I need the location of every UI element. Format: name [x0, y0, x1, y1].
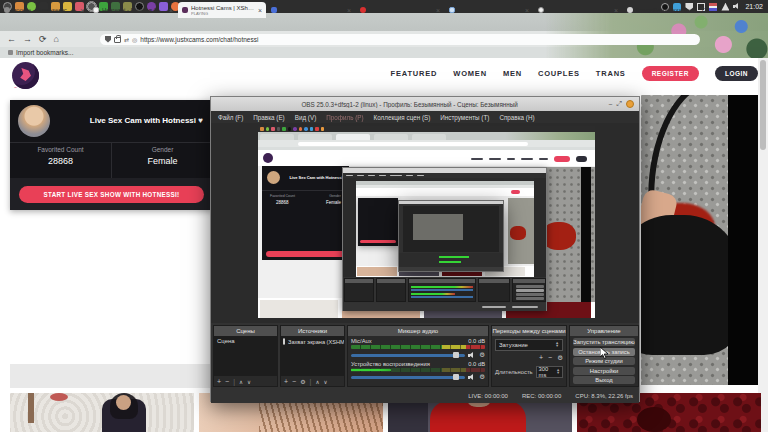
- scene-up-button[interactable]: [239, 378, 243, 385]
- maximize-button[interactable]: ⤢: [616, 100, 622, 108]
- close-icon[interactable]: [80, 7, 84, 14]
- menu-tools[interactable]: Инструменты (T): [440, 114, 489, 121]
- scenes-panel-title[interactable]: Сцены: [214, 326, 277, 336]
- tab-google-search[interactable]: google - Rasp searc: [0, 2, 88, 18]
- minimize-button[interactable]: −: [608, 101, 612, 108]
- scene-down-button[interactable]: [247, 378, 251, 385]
- source-item[interactable]: Захват экрана (XSHM): [281, 336, 344, 347]
- tab-google-hotnessi[interactable]: Hotnessi - Поиск в Google: [89, 2, 177, 18]
- source-down-button[interactable]: [323, 378, 327, 385]
- output-mute-icon[interactable]: [468, 374, 476, 381]
- nav-trans[interactable]: TRANS: [596, 69, 626, 78]
- search-icon: [4, 7, 10, 13]
- source-up-button[interactable]: [315, 378, 319, 385]
- close-window-button[interactable]: [626, 100, 634, 108]
- scene-item[interactable]: Сцена: [214, 336, 277, 346]
- menu-file[interactable]: Файл (F): [218, 114, 243, 121]
- mixer-panel-title[interactable]: Микшер аудио: [348, 326, 488, 336]
- tab-hotnessi-cams-active[interactable]: Hotnessi Cams | XShows PLAYING: [178, 2, 266, 18]
- output-meter-level: [351, 369, 391, 371]
- home-button[interactable]: [54, 34, 59, 44]
- close-icon[interactable]: [258, 7, 262, 14]
- sources-toolbar: |: [281, 376, 344, 386]
- spin-arrows-icon: ▲▼: [556, 369, 560, 375]
- captured-model-card: Live Sex Cam with Hotnessi ♥ Favorited C…: [262, 166, 349, 260]
- mic-mute-icon[interactable]: [468, 352, 476, 359]
- scenes-panel: Сцены Сцена |: [213, 325, 278, 387]
- controls-panel-title[interactable]: Управление: [570, 326, 638, 336]
- remove-source-button[interactable]: [292, 378, 296, 385]
- transitions-panel-title[interactable]: Переходы между сценами: [492, 326, 566, 336]
- register-button[interactable]: REGISTER: [642, 66, 699, 81]
- transition-properties-button[interactable]: [557, 354, 563, 362]
- forward-button[interactable]: [23, 34, 32, 44]
- nav-couples[interactable]: COUPLES: [538, 69, 580, 78]
- duration-spinbox[interactable]: 300 ms ▲▼: [536, 366, 563, 378]
- obs-titlebar[interactable]: OBS 25.0.3+dfsg1-2 (linux) - Профиль: Бе…: [211, 97, 639, 111]
- nav-men[interactable]: MEN: [503, 69, 522, 78]
- tab-bongacams-2[interactable]: BongaCams.com Hotness: [534, 2, 622, 18]
- tab-hotnessi-video[interactable]: Hotnessi трогает свои со: [445, 2, 533, 18]
- address-bar[interactable]: ⇄ ◎ https://www.justxcams.com/chat/hotne…: [100, 34, 700, 45]
- permissions-icon[interactable]: ⇄: [124, 36, 129, 43]
- mic-label: Mic/Aux: [351, 338, 372, 344]
- close-icon[interactable]: [436, 7, 440, 14]
- mic-meter: [351, 345, 485, 349]
- page-scrollbar[interactable]: [758, 58, 768, 432]
- scenes-list[interactable]: Сцена: [214, 336, 277, 376]
- obs-menubar: Файл (F) Правка (E) Вид (V) Профиль (P) …: [211, 111, 639, 123]
- container-icon[interactable]: ◎: [132, 36, 137, 43]
- remove-transition-button[interactable]: [548, 354, 552, 362]
- model-stats: Favorited Count 28868 Gender Female: [10, 142, 213, 178]
- desktop: 21:02 google - Rasp searc Hotnessi - Пои…: [0, 0, 768, 432]
- menu-edit[interactable]: Правка (E): [253, 114, 284, 121]
- back-button[interactable]: [7, 34, 16, 44]
- login-button[interactable]: LOGIN: [715, 66, 758, 81]
- volume-tray-icon[interactable]: [733, 3, 741, 10]
- mic-settings-icon[interactable]: [479, 351, 485, 359]
- exit-button[interactable]: Выход: [573, 376, 635, 384]
- menu-profile[interactable]: Профиль (P): [326, 114, 363, 121]
- transition-select[interactable]: Затухание ▲▼: [495, 339, 563, 351]
- scrollbar-thumb[interactable]: [760, 60, 766, 150]
- import-bookmarks-item[interactable]: Import bookmarks...: [8, 49, 73, 56]
- close-icon[interactable]: [169, 7, 173, 14]
- output-volume-slider[interactable]: [351, 376, 465, 379]
- obs-preview[interactable]: Live Sex Cam with Hotnessi ♥ Favorited C…: [211, 123, 639, 323]
- tracking-shield-icon[interactable]: [105, 36, 111, 43]
- clock[interactable]: 21:02: [745, 3, 763, 10]
- tab-gatitacarlita[interactable]: Gatitacarlita вебкам мод: [356, 2, 444, 18]
- source-properties-button[interactable]: [300, 378, 305, 385]
- mixer-body: Mic/Aux 0.0 dB Устройство воспроизведени…: [348, 336, 488, 386]
- model-avatar[interactable]: [18, 105, 50, 137]
- sources-panel-title[interactable]: Источники: [281, 326, 344, 336]
- sources-list[interactable]: Захват экрана (XSHM): [281, 336, 344, 376]
- remove-scene-button[interactable]: [225, 378, 229, 385]
- start-show-button[interactable]: START LIVE SEX SHOW WITH HOTNESSI!: [19, 186, 204, 203]
- close-icon[interactable]: [614, 7, 618, 14]
- red-favicon: [360, 7, 366, 13]
- menu-scene-collection[interactable]: Коллекция сцен (S): [374, 114, 431, 121]
- add-scene-button[interactable]: [217, 378, 221, 385]
- close-icon[interactable]: [525, 7, 529, 14]
- obs-window-title: OBS 25.0.3+dfsg1-2 (linux) - Профиль: Бе…: [211, 101, 608, 108]
- network-tray-icon[interactable]: [721, 3, 729, 11]
- menu-view[interactable]: Вид (V): [295, 114, 317, 121]
- url-text[interactable]: https://www.justxcams.com/chat/hotnessi: [140, 36, 258, 43]
- close-icon[interactable]: [347, 7, 351, 14]
- favorited-stat: Favorited Count 28868: [10, 142, 111, 178]
- add-transition-button[interactable]: [539, 354, 543, 362]
- reload-button[interactable]: [39, 34, 47, 44]
- nav-women[interactable]: WOMEN: [453, 69, 487, 78]
- model-thumbnail-1[interactable]: [10, 393, 194, 432]
- flag-tray-icon[interactable]: [709, 3, 717, 11]
- tab-bongacams-3[interactable]: BongaCams.com Ве: [623, 2, 697, 18]
- add-source-button[interactable]: [284, 378, 288, 385]
- nav-featured[interactable]: FEATURED: [391, 69, 438, 78]
- new-tab-button[interactable]: +: [700, 4, 705, 14]
- output-settings-icon[interactable]: [479, 373, 485, 381]
- tab-bongacams-1[interactable]: [BongaCams.com] Hotne: [267, 2, 355, 18]
- settings-button[interactable]: Настройки: [573, 367, 635, 375]
- mic-volume-slider[interactable]: [351, 354, 465, 357]
- menu-help[interactable]: Справка (H): [499, 114, 534, 121]
